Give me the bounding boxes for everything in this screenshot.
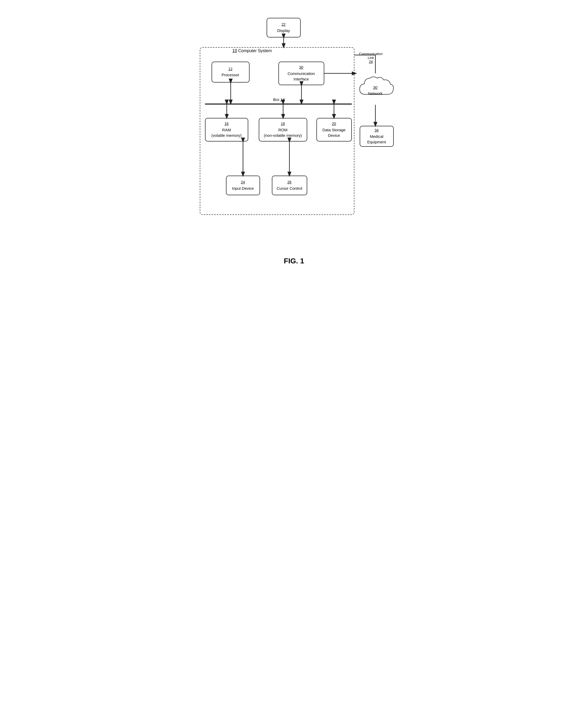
- diagram: 10 Computer System 22 Display 12 Process…: [192, 13, 396, 249]
- network-cloud: 30 Network: [357, 73, 394, 105]
- fig-caption: FIG. 1: [192, 257, 396, 265]
- cursor-control-box: 26 Cursor Control: [272, 175, 307, 195]
- display-box: 22 Display: [267, 18, 301, 38]
- medical-equipment-box: 34 Medical Equipment: [360, 126, 394, 147]
- page: 10 Computer System 22 Display 12 Process…: [187, 5, 402, 281]
- processor-box: 12 Processor: [212, 62, 250, 83]
- comm-interface-box: 30 Communication Interface: [278, 62, 324, 85]
- computer-system-label: 10 Computer System: [233, 48, 272, 53]
- input-device-box: 24 Input Device: [226, 175, 260, 195]
- ram-box: 16 RAM (volatile memory): [205, 118, 248, 142]
- bus-line: [205, 104, 352, 105]
- comm-link-label: Communication Link 28: [359, 52, 383, 64]
- bus-label: Bus 14: [273, 98, 285, 102]
- rom-box: 18 ROM (non-volatile memory): [259, 118, 307, 142]
- data-storage-box: 20 Data Storage Device: [316, 118, 352, 142]
